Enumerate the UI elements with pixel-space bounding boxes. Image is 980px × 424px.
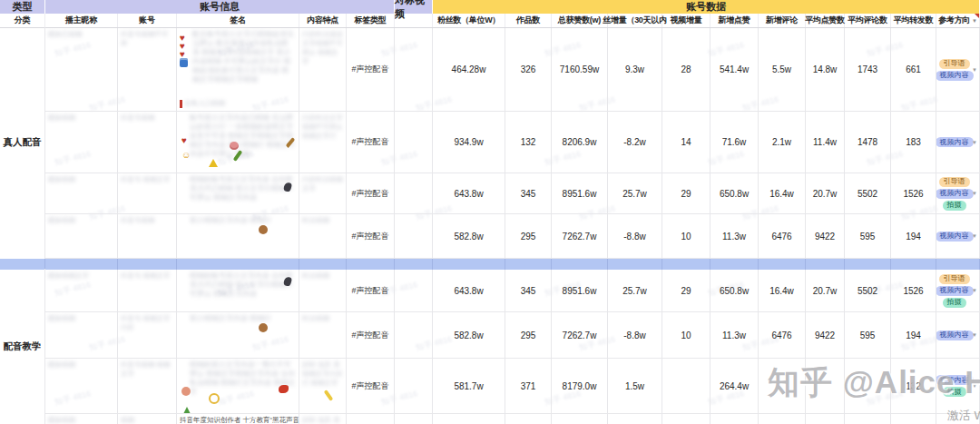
metric-cell[interactable]: 8951.6w xyxy=(552,173,608,214)
column-header-17[interactable]: 平均转发数 xyxy=(891,14,936,27)
features-cell[interactable]: 内容特点模糊文字 xyxy=(299,173,347,214)
signature-cell[interactable]: 模糊的简介文字内容一整行不可辨认 模糊文字模糊文字内容 合作私信模糊 模糊行文字… xyxy=(177,359,299,414)
features-cell[interactable]: 特点模糊 xyxy=(299,214,347,259)
tag-type-cell[interactable]: #声控配音 xyxy=(347,359,395,414)
metric-cell[interactable]: 541.4w xyxy=(710,28,759,112)
metric-cell[interactable]: 10 xyxy=(662,214,710,259)
metric-cell[interactable]: 5502 xyxy=(845,270,891,312)
metric-cell[interactable]: 7262.7w xyxy=(552,312,608,359)
metric-cell[interactable]: 1526 xyxy=(891,270,936,312)
metric-cell[interactable]: 345 xyxy=(505,270,552,312)
account-cell[interactable]: 抖音号模糊 xyxy=(118,214,177,259)
signature-cell[interactable]: 配音账号简介文字已模糊处理无法辨认 配音接单合作请私信联系 模糊文字内容模糊文字… xyxy=(177,28,299,112)
reference-direction-cell[interactable]: 视频内容▼ xyxy=(936,214,980,259)
dropdown-caret-icon[interactable]: ▼ xyxy=(972,67,977,73)
metric-cell[interactable]: 71.6w xyxy=(710,112,759,173)
metric-cell[interactable]: 7262.7w xyxy=(552,214,608,259)
nickname-cell[interactable]: 昵称模糊 xyxy=(45,214,118,259)
account-cell[interactable]: 抖音号 模糊文字 xyxy=(118,270,177,312)
signature-cell[interactable]: 简介模糊文字内容 模糊行 xyxy=(177,214,299,259)
metric-cell[interactable]: 28 xyxy=(662,28,710,112)
metric-cell[interactable] xyxy=(433,414,505,424)
column-header-4[interactable]: 签名 xyxy=(177,14,299,27)
column-header-7[interactable] xyxy=(395,14,433,27)
features-cell[interactable]: 特点模糊 xyxy=(299,312,347,359)
features-cell[interactable]: 内容特点描述文字模糊不可辨认 模糊文字 xyxy=(299,28,347,112)
nickname-cell[interactable]: 昵称模糊 xyxy=(45,112,118,173)
benchmark-video-cell[interactable] xyxy=(395,173,433,214)
metric-cell[interactable]: 464.28w xyxy=(433,28,505,112)
metric-cell[interactable]: -8.2w xyxy=(608,112,662,173)
tag-type-cell[interactable]: #声控配音 xyxy=(347,28,395,112)
metric-cell[interactable]: 25.7w xyxy=(608,270,662,312)
metric-cell[interactable]: 326 xyxy=(505,28,552,112)
metric-cell[interactable]: 29 xyxy=(662,173,710,214)
metric-cell[interactable]: -8.8w xyxy=(608,312,662,359)
metric-cell[interactable]: 11.3w xyxy=(710,214,759,259)
column-header-14[interactable]: 新增评论 xyxy=(759,14,806,27)
column-header-9[interactable]: 作品数 xyxy=(505,14,552,27)
metric-cell[interactable]: 11.3w xyxy=(710,312,759,359)
column-header-18[interactable]: 参考方向▼ xyxy=(936,14,980,27)
nickname-cell[interactable]: 昵称模糊 xyxy=(45,414,118,424)
metric-cell[interactable]: 8951.6w xyxy=(552,270,608,312)
group-header-3[interactable]: 对标视频 xyxy=(395,0,433,14)
metric-cell[interactable]: 2.1w xyxy=(759,112,806,173)
dropdown-caret-icon[interactable]: ▼ xyxy=(972,140,977,145)
metric-cell[interactable] xyxy=(662,414,710,424)
metric-cell[interactable]: 295 xyxy=(505,312,552,359)
category-cell-2[interactable]: 配音教学 xyxy=(0,269,45,424)
column-header-13[interactable]: 新增点赞 xyxy=(710,14,759,27)
dropdown-caret-icon[interactable]: ▼ xyxy=(972,332,977,338)
metric-cell[interactable]: 14.8w xyxy=(806,28,845,112)
tag-type-cell[interactable]: #声控配音 xyxy=(347,312,395,359)
metric-cell[interactable] xyxy=(845,414,891,424)
metric-cell[interactable]: 595 xyxy=(845,214,891,259)
signature-cell[interactable]: 模糊的账号简介文字内容 合作联系方式已模糊 简介文字行模糊不可辨认 模糊文字内容 xyxy=(177,270,299,312)
metric-cell[interactable]: 9.3w xyxy=(608,28,662,112)
metric-cell[interactable]: 20.7w xyxy=(806,173,845,214)
metric-cell[interactable]: 10 xyxy=(662,312,710,359)
reference-direction-cell[interactable]: 引导语视频内容拍摄▼ xyxy=(936,173,980,214)
signature-cell[interactable]: 账号简介文字内容已模糊 无法辨认的简介行 一条模糊的说明文字这里不可读 模糊文字… xyxy=(177,112,299,173)
column-header-10[interactable]: 总获赞数(w) xyxy=(552,14,608,27)
nickname-cell[interactable]: 昵称模糊 xyxy=(45,359,118,414)
group-header-2[interactable]: 账号信息 xyxy=(45,0,395,14)
metric-cell[interactable]: 14 xyxy=(662,112,710,173)
metric-cell[interactable]: 643.8w xyxy=(433,270,505,312)
metric-cell[interactable] xyxy=(552,414,608,424)
nickname-cell[interactable]: 昵称模糊文字 xyxy=(45,270,118,312)
category-cell-1[interactable]: 真人配音 xyxy=(0,27,45,258)
nickname-cell[interactable]: 昵称模糊 xyxy=(45,173,118,214)
metric-cell[interactable] xyxy=(505,414,552,424)
column-header-11[interactable]: 丝增量（30天以内 xyxy=(608,14,662,27)
benchmark-video-cell[interactable] xyxy=(395,28,433,112)
reference-direction-cell[interactable]: 引导语视频内容拍摄▼ xyxy=(936,270,980,312)
metric-cell[interactable]: 6476 xyxy=(759,312,806,359)
metric-cell[interactable] xyxy=(806,414,845,424)
metric-cell[interactable]: 1.5w xyxy=(608,359,662,414)
group-header-1[interactable]: 类型 xyxy=(0,0,45,14)
metric-cell[interactable] xyxy=(608,414,662,424)
metric-cell[interactable]: 5502 xyxy=(845,173,891,214)
metric-cell[interactable] xyxy=(662,359,710,414)
metric-cell[interactable]: 581.7w xyxy=(433,359,505,414)
features-cell[interactable]: 内容特点文字模糊不可辨认 模糊文字行 xyxy=(299,112,347,173)
column-header-15[interactable]: 平均点赞数 xyxy=(806,14,845,27)
benchmark-video-cell[interactable] xyxy=(395,359,433,414)
benchmark-video-cell[interactable] xyxy=(395,270,433,312)
metric-cell[interactable]: 1743 xyxy=(845,28,891,112)
tag-type-cell[interactable]: #声控配音 xyxy=(347,214,395,259)
account-cell[interactable]: 抖音号 模糊文字内容 xyxy=(118,312,177,359)
metric-cell[interactable]: 345 xyxy=(505,173,552,214)
metric-cell[interactable]: 934.9w xyxy=(433,112,505,173)
metric-cell[interactable]: 295 xyxy=(505,214,552,259)
metric-cell[interactable]: 1526 xyxy=(891,173,936,214)
tag-type-cell[interactable] xyxy=(347,414,395,424)
reference-direction-cell[interactable]: 视频内容▼ xyxy=(936,112,980,173)
dropdown-caret-icon[interactable]: ▼ xyxy=(972,191,977,196)
metric-cell[interactable]: 643.8w xyxy=(433,173,505,214)
tag-type-cell[interactable]: #声控配音 xyxy=(347,270,395,312)
reference-direction-cell[interactable]: 视频内容▼ xyxy=(936,312,980,359)
metric-cell[interactable]: -8.8w xyxy=(608,214,662,259)
